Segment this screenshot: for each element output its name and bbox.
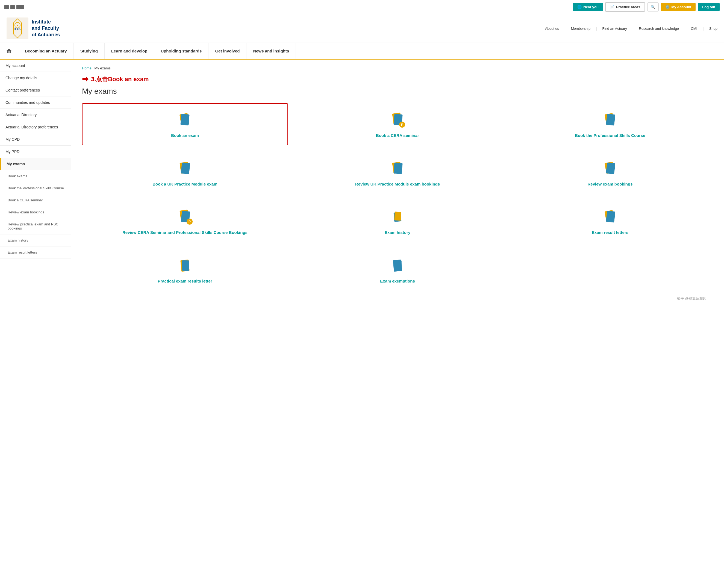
gear-icon: ⚙️	[665, 5, 669, 9]
svg-rect-18	[606, 162, 615, 174]
card-cera-seminar[interactable]: P Book a CERA seminar	[295, 103, 501, 145]
cera-seminar-icon: P	[388, 110, 407, 129]
logo-area: IFoA ✦ Institute and Faculty of Actuarie…	[6, 18, 60, 39]
nav-home[interactable]	[0, 43, 18, 59]
card-psc[interactable]: Book the Professional Skills Course	[507, 103, 713, 145]
card-exam-exemptions[interactable]: Exam exemptions	[295, 249, 501, 291]
psc-icon	[600, 110, 620, 129]
header: IFoA ✦ Institute and Faculty of Actuarie…	[0, 14, 724, 43]
my-account-button[interactable]: ⚙️ My Account	[661, 3, 696, 11]
svg-rect-6	[180, 114, 189, 125]
card-book-exam-label: Book an exam	[171, 133, 199, 138]
review-bookings-icon	[600, 159, 620, 178]
nav-membership[interactable]: Membership	[571, 26, 591, 30]
exam-exemptions-icon	[388, 256, 407, 275]
logout-label: Log out	[702, 5, 715, 9]
logo-text: Institute and Faculty of Actuaries	[32, 19, 60, 38]
dot1	[4, 5, 9, 9]
nav-upholding[interactable]: Upholding standards	[154, 43, 209, 59]
sidebar-item-my-cpd[interactable]: My CPD	[0, 133, 71, 146]
nav-shop[interactable]: Shop	[709, 26, 718, 30]
card-review-uk[interactable]: Review UK Practice Module exam bookings	[295, 152, 501, 194]
annotation-text: ➡ 3.点击Book an exam	[82, 75, 149, 84]
practice-areas-button[interactable]: 📄 Practice areas	[605, 2, 645, 12]
card-cera-seminar-label: Book a CERA seminar	[376, 133, 419, 138]
sidebar-item-actuarial-directory[interactable]: Actuarial Directory	[0, 109, 71, 121]
card-psc-label: Book the Professional Skills Course	[575, 133, 645, 138]
svg-rect-28	[182, 260, 189, 271]
sidebar-item-contact-prefs[interactable]: Contact preferences	[0, 84, 71, 97]
dot3	[16, 5, 24, 9]
svg-rect-30	[394, 260, 402, 271]
nav-about-us[interactable]: About us	[545, 26, 559, 30]
sidebar-item-communities[interactable]: Communities and updates	[0, 97, 71, 109]
page-title: My exams	[82, 87, 713, 96]
card-review-bookings-label: Review exam bookings	[588, 182, 633, 187]
sidebar-item-book-psc[interactable]: Book the Professional Skills Course	[0, 182, 71, 194]
sidebar-item-directory-prefs[interactable]: Actuarial Directory preferences	[0, 121, 71, 133]
card-exam-result-letters[interactable]: Exam result letters	[507, 200, 713, 243]
card-review-uk-label: Review UK Practice Module exam bookings	[355, 182, 440, 187]
sidebar-item-exam-result-letters[interactable]: Exam result letters	[0, 247, 71, 258]
svg-rect-12	[606, 114, 615, 126]
nav-find-actuary[interactable]: Find an Actuary	[602, 26, 627, 30]
top-bar: 🌐 Near you 📄 Practice areas 🔍 ⚙️ My Acco…	[0, 0, 724, 14]
sidebar-item-my-ppd[interactable]: My PPD	[0, 146, 71, 158]
card-exam-history[interactable]: Exam history	[295, 200, 501, 243]
sidebar-item-book-exams[interactable]: Book exams	[0, 170, 71, 182]
card-review-bookings[interactable]: Review exam bookings	[507, 152, 713, 194]
nav-learn-develop[interactable]: Learn and develop	[105, 43, 154, 59]
near-you-button[interactable]: 🌐 Near you	[573, 3, 603, 11]
nav-research[interactable]: Research and knowledge	[639, 26, 679, 30]
breadcrumb: Home My exams	[82, 66, 713, 70]
breadcrumb-home[interactable]: Home	[82, 66, 91, 70]
nav-cmi[interactable]: CMI	[691, 26, 697, 30]
card-review-cera-label: Review CERA Seminar and Professional Ski…	[122, 230, 248, 235]
sidebar-item-change-details[interactable]: Change my details	[0, 72, 71, 84]
svg-rect-14	[181, 162, 190, 174]
card-review-cera[interactable]: P Review CERA Seminar and Professional S…	[82, 200, 288, 243]
practical-results-icon	[175, 256, 194, 275]
svg-text:P: P	[189, 220, 191, 224]
book-exam-icon	[175, 110, 194, 129]
nav-news-insights[interactable]: News and insights	[247, 43, 296, 59]
card-uk-practice[interactable]: Book a UK Practice Module exam	[82, 152, 288, 194]
svg-text:P: P	[401, 123, 403, 127]
home-icon	[6, 48, 12, 54]
practice-areas-label: Practice areas	[616, 5, 640, 9]
sidebar-item-my-exams[interactable]: My exams	[0, 158, 71, 170]
card-book-exam[interactable]: Book an exam	[82, 103, 288, 145]
nav-studying[interactable]: Studying	[74, 43, 105, 59]
card-exam-history-label: Exam history	[385, 230, 410, 235]
svg-rect-16	[393, 162, 402, 174]
main-content: Home My exams ➡ 3.点击Book an exam My exam…	[71, 60, 724, 313]
card-practical-results[interactable]: Practical exam results letter	[82, 249, 288, 291]
exam-result-letters-icon	[600, 207, 620, 227]
svg-text:✦: ✦	[17, 24, 19, 27]
search-button[interactable]: 🔍	[647, 2, 659, 12]
globe-icon: 🌐	[577, 5, 582, 9]
card-grid: Book an exam P Book a CERA seminar	[82, 103, 713, 291]
sidebar-item-my-account[interactable]: My account	[0, 60, 71, 72]
top-bar-dots	[4, 5, 24, 9]
sidebar: My account Change my details Contact pre…	[0, 60, 71, 313]
review-uk-icon	[388, 159, 407, 178]
card-uk-practice-label: Book a UK Practice Module exam	[152, 182, 217, 187]
uk-practice-icon	[175, 159, 194, 178]
nav-get-involved[interactable]: Get involved	[209, 43, 247, 59]
exam-history-icon	[388, 207, 407, 227]
logout-button[interactable]: Log out	[698, 3, 720, 11]
svg-rect-24	[394, 211, 401, 220]
main-nav: Becoming an Actuary Studying Learn and d…	[0, 43, 724, 60]
sidebar-item-exam-history[interactable]: Exam history	[0, 234, 71, 247]
search-icon: 🔍	[651, 5, 655, 9]
annotation-area: ➡ 3.点击Book an exam	[82, 75, 149, 85]
sidebar-item-review-practical[interactable]: Review practical exam and PSC bookings	[0, 218, 71, 234]
nav-becoming-actuary[interactable]: Becoming an Actuary	[18, 43, 74, 59]
crest-icon: IFoA ✦	[6, 18, 28, 39]
card-exam-exemptions-label: Exam exemptions	[380, 278, 415, 284]
my-account-label: My Account	[671, 5, 691, 9]
sidebar-item-review-bookings[interactable]: Review exam bookings	[0, 206, 71, 218]
breadcrumb-current: My exams	[94, 66, 111, 70]
sidebar-item-book-cera[interactable]: Book a CERA seminar	[0, 194, 71, 206]
